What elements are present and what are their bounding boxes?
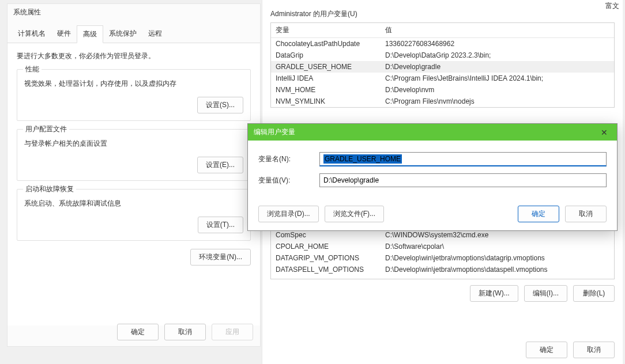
user-variables-title: Administrator 的用户变量(U) [270,9,615,19]
variable-name-field[interactable]: GRADLE_USER_HOME [319,152,607,166]
edit-button[interactable]: 编辑(I)... [524,285,567,302]
system-properties-window: 系统属性 计算机名 硬件 高级 系统保护 远程 要进行大多数更改，你必须作为管理… [7,3,261,347]
close-icon[interactable]: ✕ [597,128,611,137]
cell-value: D:\Develop\DataGrip 2023.2.3\bin; [381,50,614,61]
cell-value: D:\Develop\win\jetbra\vmoptions\datagrip… [381,252,614,264]
delete-button[interactable]: 删除(L) [573,285,615,302]
tab-computer-name[interactable]: 计算机名 [12,25,51,43]
cell-variable: GRADLE_USER_HOME [271,61,381,73]
variable-value-field[interactable] [319,173,607,187]
group-user-profiles: 用户配置文件 与登录帐户相关的桌面设置 设置(E)... [17,129,251,181]
apply-button[interactable]: 应用 [212,324,253,340]
group-desc-user-profiles: 与登录帐户相关的桌面设置 [24,139,243,149]
cell-value: D:\Develop\gradle [381,61,614,73]
cell-variable: DATASPELL_VM_OPTIONS [271,264,381,275]
table-row[interactable]: ChocolateyLastPathUpdate1336022760834689… [271,38,614,50]
table-row[interactable]: NVM_HOMED:\Develop\nvm [271,84,614,96]
cell-value: C:\WINDOWS\system32\cmd.exe [381,229,614,241]
cell-value: D:\Software\cpolar\ [381,241,614,252]
group-desc-startup-recovery: 系统启动、系统故障和调试信息 [24,199,243,208]
cell-value: D:\Develop\nvm [381,84,614,96]
group-desc-performance: 视觉效果，处理器计划，内存使用，以及虚拟内存 [24,79,243,89]
environment-variables-button[interactable]: 环境变量(N)... [190,249,251,266]
table-row[interactable]: DATASPELL_VM_OPTIONSD:\Develop\win\jetbr… [271,264,614,275]
admin-notice: 要进行大多数更改，你必须作为管理员登录。 [17,51,251,61]
ok-button[interactable]: 确定 [117,324,159,340]
env-ok-button[interactable]: 确定 [526,342,567,358]
group-performance: 性能 视觉效果，处理器计划，内存使用，以及虚拟内存 设置(S)... [17,69,251,121]
new-button[interactable]: 新建(W)... [470,285,518,302]
tab-body-advanced: 要进行大多数更改，你必须作为管理员登录。 性能 视觉效果，处理器计划，内存使用，… [7,43,260,325]
group-title-startup-recovery: 启动和故障恢复 [23,184,76,194]
cell-variable: DataGrip [271,50,381,61]
cell-variable: NVM_HOME [271,84,381,96]
settings-button-startup-recovery[interactable]: 设置(T)... [198,217,243,233]
dialog-ok-button[interactable]: 确定 [518,206,559,222]
cell-variable: ComSpec [271,229,381,241]
table-row[interactable]: DataGripD:\Develop\DataGrip 2023.2.3\bin… [271,50,614,61]
tabs-bar: 计算机名 硬件 高级 系统保护 远程 [7,25,260,43]
user-variables-table: 变量 值 ChocolateyLastPathUpdate13360227608… [271,23,614,107]
settings-button-user-profiles[interactable]: 设置(E)... [197,157,243,173]
variable-name-value: GRADLE_USER_HOME [323,154,402,164]
window-title: 系统属性 [7,4,260,21]
dialog-cancel-button[interactable]: 取消 [565,206,607,222]
dialog-buttons: 浏览目录(D)... 浏览文件(F)... 确定 取消 [248,202,617,230]
table-row[interactable]: NVM_SYMLINKC:\Program Files\nvm\nodejs [271,96,614,107]
env-cancel-button[interactable]: 取消 [573,342,615,358]
variable-name-label: 变量名(N): [258,154,314,164]
cell-value: C:\Program Files\nvm\nodejs [381,96,614,107]
column-header-value[interactable]: 值 [381,23,614,38]
dialog-title-text: 编辑用户变量 [254,127,295,137]
cancel-button[interactable]: 取消 [164,324,206,340]
cell-variable: DATAGRIP_VM_OPTIONS [271,252,381,264]
cell-value: D:\Develop\win\jetbra\vmoptions\dataspel… [381,264,614,275]
group-title-user-profiles: 用户配置文件 [23,124,69,134]
cell-value: C:\Program Files\JetBrains\IntelliJ IDEA… [381,73,614,84]
dialog-titlebar[interactable]: 编辑用户变量 ✕ [248,124,617,141]
system-variables-buttons: 新建(W)... 编辑(I)... 删除(L) [262,279,623,302]
dialog-body: 变量名(N): GRADLE_USER_HOME 变量值(V): [248,141,617,202]
group-startup-recovery: 启动和故障恢复 系统启动、系统故障和调试信息 设置(T)... [17,189,251,241]
column-header-variable[interactable]: 变量 [271,23,381,38]
table-row[interactable]: DATAGRIP_VM_OPTIONSD:\Develop\win\jetbra… [271,252,614,264]
cell-variable: NVM_SYMLINK [271,96,381,107]
tab-remote[interactable]: 远程 [142,25,168,43]
table-row[interactable]: IntelliJ IDEAC:\Program Files\JetBrains\… [271,73,614,84]
table-row[interactable]: ComSpecC:\WINDOWS\system32\cmd.exe [271,229,614,241]
settings-button-performance[interactable]: 设置(S)... [197,97,243,113]
user-variables-section: Administrator 的用户变量(U) 变量 值 ChocolateyLa… [262,0,623,108]
table-row[interactable]: CPOLAR_HOMED:\Software\cpolar\ [271,241,614,252]
tab-hardware[interactable]: 硬件 [51,25,77,43]
variable-value-label: 变量值(V): [258,176,314,185]
group-title-performance: 性能 [23,65,42,74]
cell-value: 133602276083468962 [381,38,614,50]
sysprops-footer: 确定 取消 应用 [117,324,253,340]
cell-variable: CPOLAR_HOME [271,241,381,252]
tab-system-protection[interactable]: 系统保护 [103,25,142,43]
table-row[interactable]: GRADLE_USER_HOMED:\Develop\gradle [271,61,614,73]
browse-directory-button[interactable]: 浏览目录(D)... [258,206,319,222]
tab-advanced[interactable]: 高级 [77,25,103,43]
cell-variable: ChocolateyLastPathUpdate [271,38,381,50]
edit-user-variable-dialog: 编辑用户变量 ✕ 变量名(N): GRADLE_USER_HOME 变量值(V)… [247,123,618,231]
browse-file-button[interactable]: 浏览文件(F)... [325,206,384,222]
header-fragment: 富文 [605,1,619,11]
env-footer: 确定 取消 [526,342,615,358]
cell-variable: IntelliJ IDEA [271,73,381,84]
user-variables-table-wrap[interactable]: 变量 值 ChocolateyLastPathUpdate13360227608… [270,22,615,108]
